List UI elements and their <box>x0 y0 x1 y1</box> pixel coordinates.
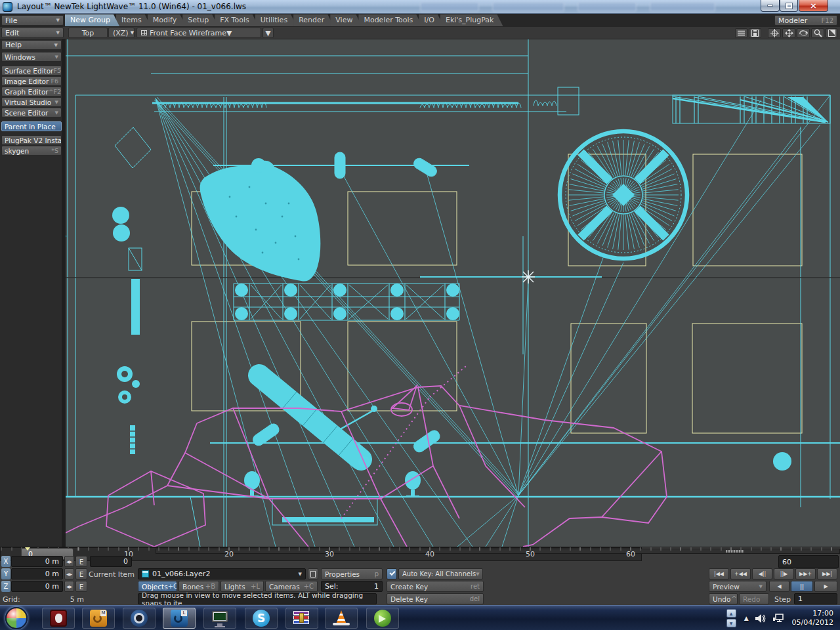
next-key-button[interactable]: ▶▶+ <box>795 568 816 579</box>
maximize-button[interactable] <box>780 0 798 12</box>
view-preset-dropdown[interactable]: Top <box>68 28 108 38</box>
play-button[interactable]: ▶ <box>814 581 837 592</box>
undo-button[interactable]: Undo^Z <box>709 593 738 604</box>
maximize-viewport-icon[interactable] <box>826 28 837 38</box>
taskbar-shutter-app[interactable] <box>123 608 156 629</box>
last-frame-field[interactable]: 60 <box>778 555 839 568</box>
taskbar-lightwave-modeler[interactable]: M <box>82 608 115 629</box>
shutter-app-icon <box>131 610 148 627</box>
z-envelope-button[interactable]: E <box>75 581 87 592</box>
y-envelope-button[interactable]: E <box>75 568 87 579</box>
start-button[interactable] <box>5 607 28 629</box>
sidebar-item-scene-editor[interactable]: Scene Editor▼ <box>1 108 62 117</box>
title-bar[interactable]: Layout™ NewTek LightWave™ 11.0 (Win64) -… <box>0 0 840 14</box>
taskbar-skype[interactable]: S <box>245 608 278 629</box>
zoom-view-icon[interactable] <box>811 28 824 38</box>
x-value-field[interactable]: 0 m <box>11 556 63 567</box>
help-menu[interactable]: Help▼ <box>1 40 62 50</box>
taskbar-vlc[interactable] <box>325 608 358 629</box>
z-nudge-button[interactable]: ◀▶ <box>64 581 74 592</box>
auto-key-dropdown[interactable]: Auto Key: All Channels▼ <box>398 568 483 579</box>
tray-clock[interactable]: 17:00 05/04/2012 <box>792 609 833 628</box>
play-reverse-button[interactable]: ◀ <box>769 581 789 592</box>
z-value-field[interactable]: 0 m <box>11 581 63 592</box>
item-list-icon[interactable] <box>735 28 747 38</box>
clock-date: 05/04/2012 <box>792 618 833 627</box>
tab-new-group[interactable]: New Group <box>65 14 119 26</box>
sidebar-item-virtual-studio[interactable]: Virtual Studio▼ <box>1 97 62 107</box>
sidebar-item-plugpak-install[interactable]: PlugPak V2 Instal... <box>1 135 62 145</box>
tab-view[interactable]: View <box>330 14 362 26</box>
current-item-dropdown[interactable]: 01_v066:Layer2 ▼ <box>138 568 306 579</box>
pause-button[interactable]: || <box>791 581 813 592</box>
prev-key-button[interactable]: +◀◀ <box>730 568 751 579</box>
viewport[interactable] <box>66 39 840 547</box>
delete-key-button[interactable]: Delete Keydel <box>387 593 484 604</box>
center-item-icon[interactable] <box>768 28 781 38</box>
tab-render[interactable]: Render <box>293 14 333 26</box>
scroll-down-icon: ▼ <box>726 619 736 627</box>
taskbar-winrar[interactable] <box>285 608 318 629</box>
file-menu[interactable]: File▼ <box>1 15 64 26</box>
tab-utilities[interactable]: Utilities <box>255 14 297 26</box>
render-mode-dropdown[interactable]: Front Face Wireframe ▼ <box>136 28 261 38</box>
selection-count-field: Sel:1 <box>321 581 383 592</box>
y-value-field[interactable]: 0 m <box>11 568 63 579</box>
taskbar-lightwave-layout[interactable]: L <box>163 608 196 629</box>
tab-io[interactable]: I/O <box>419 14 444 26</box>
tab-setup[interactable]: Setup <box>182 14 218 26</box>
sidebar-item-graph-editor[interactable]: Graph Editor^F2 <box>1 87 62 96</box>
modeler-button[interactable]: Modeler F12 <box>774 15 837 26</box>
rotate-view-icon[interactable] <box>797 28 810 38</box>
show-hidden-icons[interactable]: ▲ <box>744 615 749 621</box>
create-key-button[interactable]: Create Keyret <box>387 581 484 592</box>
mode-cameras-button[interactable]: Cameras+C <box>265 581 318 592</box>
mode-objects-button[interactable]: Objects+O <box>138 581 177 592</box>
next-frame-button[interactable]: ||▶ <box>774 568 794 579</box>
desktop-toolbar-scroll[interactable]: ▲▼ <box>726 609 736 627</box>
prev-frame-button[interactable]: ◀|| <box>752 568 772 579</box>
minimize-button[interactable] <box>761 0 780 12</box>
pan-view-icon[interactable] <box>782 28 795 38</box>
tab-modify[interactable]: Modify <box>148 14 186 26</box>
tab-fx-tools[interactable]: FX Tools <box>215 14 258 26</box>
viewport-options-dropdown[interactable]: ▼ <box>262 28 274 38</box>
view-axis-dropdown[interactable]: (XZ)▼ <box>108 28 135 38</box>
preview-dropdown[interactable]: Preview▼ <box>709 581 766 592</box>
taskbar-system-monitor[interactable] <box>203 608 236 629</box>
current-frame-field[interactable]: 0 <box>90 556 132 567</box>
tab-modeler-tools[interactable]: Modeler Tools <box>358 14 422 26</box>
auto-key-checkbox[interactable] <box>387 568 397 579</box>
properties-button[interactable]: Propertiesp <box>321 568 383 579</box>
light-rig <box>673 95 830 123</box>
go-end-button[interactable]: ▶▶| <box>817 568 837 579</box>
system-monitor-icon <box>211 610 228 627</box>
taskbar-idm[interactable] <box>366 608 399 629</box>
tab-items[interactable]: Items <box>116 14 151 26</box>
mode-lights-button[interactable]: Lights+L <box>220 581 264 592</box>
glass-reflection <box>650 2 715 12</box>
y-nudge-button[interactable]: ◀▶ <box>64 568 74 579</box>
windows-menu[interactable]: Windows▼ <box>1 52 62 62</box>
x-nudge-button[interactable]: ◀▶ <box>64 556 74 567</box>
sidebar-item-parent-in-place[interactable]: Parent in Place <box>1 121 62 131</box>
volume-icon[interactable] <box>755 614 766 623</box>
mode-bones-button[interactable]: Bones+B <box>178 581 219 592</box>
sidebar-item-image-editor[interactable]: Image EditorF6 <box>1 76 62 86</box>
tab-ekis-plugpak[interactable]: Eki's_PlugPak <box>440 14 503 26</box>
x-envelope-button[interactable]: E <box>75 556 87 567</box>
network-icon[interactable] <box>773 614 786 623</box>
go-start-button[interactable]: |◀◀ <box>709 568 729 579</box>
fan-wheel <box>560 131 687 259</box>
taskbar-app-red[interactable] <box>42 608 75 629</box>
stage-front <box>66 452 840 547</box>
close-button[interactable]: × <box>799 0 828 12</box>
save-icon[interactable] <box>749 28 761 38</box>
edit-menu[interactable]: Edit▼ <box>1 28 64 38</box>
side-props <box>112 127 151 454</box>
redo-button[interactable]: Redo <box>739 593 769 604</box>
sidebar-item-surface-editor[interactable]: Surface EditorF5 <box>1 66 62 75</box>
sidebar-item-skygen[interactable]: skygen*S <box>1 146 62 156</box>
step-field[interactable]: 1 <box>794 593 837 604</box>
item-list-button[interactable] <box>308 568 318 579</box>
